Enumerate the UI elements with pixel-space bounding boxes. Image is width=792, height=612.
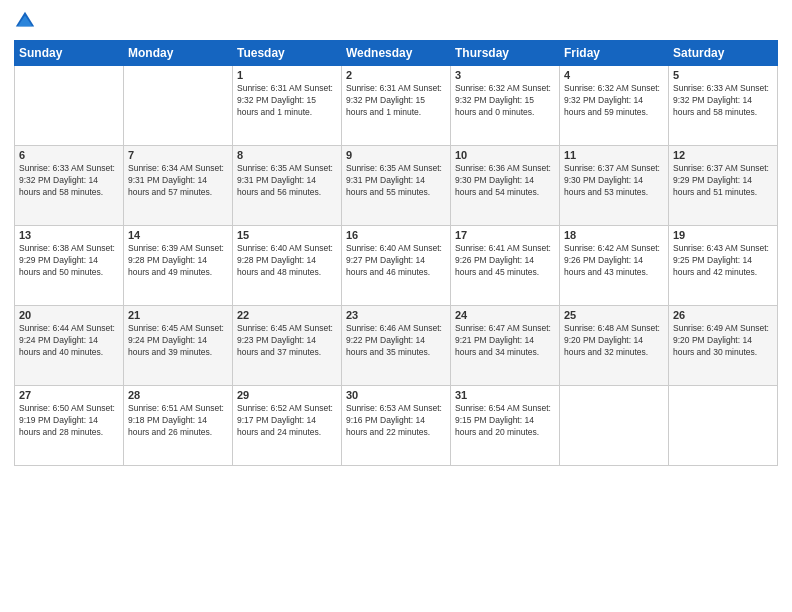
calendar-cell: 2Sunrise: 6:31 AM Sunset: 9:32 PM Daylig… [342,66,451,146]
day-detail: Sunrise: 6:45 AM Sunset: 9:24 PM Dayligh… [128,323,228,359]
col-header-tuesday: Tuesday [233,41,342,66]
calendar-header-row: SundayMondayTuesdayWednesdayThursdayFrid… [15,41,778,66]
week-row-4: 20Sunrise: 6:44 AM Sunset: 9:24 PM Dayli… [15,306,778,386]
calendar-cell: 6Sunrise: 6:33 AM Sunset: 9:32 PM Daylig… [15,146,124,226]
calendar-cell: 14Sunrise: 6:39 AM Sunset: 9:28 PM Dayli… [124,226,233,306]
day-detail: Sunrise: 6:43 AM Sunset: 9:25 PM Dayligh… [673,243,773,279]
day-detail: Sunrise: 6:32 AM Sunset: 9:32 PM Dayligh… [455,83,555,119]
calendar-cell: 25Sunrise: 6:48 AM Sunset: 9:20 PM Dayli… [560,306,669,386]
day-detail: Sunrise: 6:52 AM Sunset: 9:17 PM Dayligh… [237,403,337,439]
col-header-wednesday: Wednesday [342,41,451,66]
day-detail: Sunrise: 6:51 AM Sunset: 9:18 PM Dayligh… [128,403,228,439]
calendar-table: SundayMondayTuesdayWednesdayThursdayFrid… [14,40,778,466]
day-detail: Sunrise: 6:47 AM Sunset: 9:21 PM Dayligh… [455,323,555,359]
day-detail: Sunrise: 6:34 AM Sunset: 9:31 PM Dayligh… [128,163,228,199]
day-detail: Sunrise: 6:40 AM Sunset: 9:28 PM Dayligh… [237,243,337,279]
calendar-cell [669,386,778,466]
calendar-cell: 12Sunrise: 6:37 AM Sunset: 9:29 PM Dayli… [669,146,778,226]
day-detail: Sunrise: 6:53 AM Sunset: 9:16 PM Dayligh… [346,403,446,439]
day-number: 22 [237,309,337,321]
week-row-2: 6Sunrise: 6:33 AM Sunset: 9:32 PM Daylig… [15,146,778,226]
calendar-cell: 22Sunrise: 6:45 AM Sunset: 9:23 PM Dayli… [233,306,342,386]
day-number: 6 [19,149,119,161]
day-detail: Sunrise: 6:32 AM Sunset: 9:32 PM Dayligh… [564,83,664,119]
calendar-cell: 15Sunrise: 6:40 AM Sunset: 9:28 PM Dayli… [233,226,342,306]
day-number: 11 [564,149,664,161]
col-header-friday: Friday [560,41,669,66]
week-row-5: 27Sunrise: 6:50 AM Sunset: 9:19 PM Dayli… [15,386,778,466]
day-detail: Sunrise: 6:49 AM Sunset: 9:20 PM Dayligh… [673,323,773,359]
calendar-cell: 17Sunrise: 6:41 AM Sunset: 9:26 PM Dayli… [451,226,560,306]
calendar-cell: 19Sunrise: 6:43 AM Sunset: 9:25 PM Dayli… [669,226,778,306]
calendar-cell: 4Sunrise: 6:32 AM Sunset: 9:32 PM Daylig… [560,66,669,146]
day-detail: Sunrise: 6:46 AM Sunset: 9:22 PM Dayligh… [346,323,446,359]
col-header-sunday: Sunday [15,41,124,66]
day-number: 29 [237,389,337,401]
day-detail: Sunrise: 6:41 AM Sunset: 9:26 PM Dayligh… [455,243,555,279]
calendar-cell: 16Sunrise: 6:40 AM Sunset: 9:27 PM Dayli… [342,226,451,306]
day-number: 17 [455,229,555,241]
calendar-cell: 7Sunrise: 6:34 AM Sunset: 9:31 PM Daylig… [124,146,233,226]
day-number: 4 [564,69,664,81]
calendar-cell: 23Sunrise: 6:46 AM Sunset: 9:22 PM Dayli… [342,306,451,386]
day-number: 30 [346,389,446,401]
day-detail: Sunrise: 6:42 AM Sunset: 9:26 PM Dayligh… [564,243,664,279]
day-number: 20 [19,309,119,321]
day-number: 16 [346,229,446,241]
calendar-cell: 11Sunrise: 6:37 AM Sunset: 9:30 PM Dayli… [560,146,669,226]
day-number: 15 [237,229,337,241]
header [14,10,778,32]
day-detail: Sunrise: 6:45 AM Sunset: 9:23 PM Dayligh… [237,323,337,359]
day-detail: Sunrise: 6:33 AM Sunset: 9:32 PM Dayligh… [673,83,773,119]
day-number: 23 [346,309,446,321]
day-detail: Sunrise: 6:33 AM Sunset: 9:32 PM Dayligh… [19,163,119,199]
calendar-cell: 29Sunrise: 6:52 AM Sunset: 9:17 PM Dayli… [233,386,342,466]
col-header-saturday: Saturday [669,41,778,66]
calendar-cell: 26Sunrise: 6:49 AM Sunset: 9:20 PM Dayli… [669,306,778,386]
day-number: 14 [128,229,228,241]
day-number: 31 [455,389,555,401]
calendar-cell [124,66,233,146]
day-detail: Sunrise: 6:39 AM Sunset: 9:28 PM Dayligh… [128,243,228,279]
day-detail: Sunrise: 6:35 AM Sunset: 9:31 PM Dayligh… [346,163,446,199]
week-row-1: 1Sunrise: 6:31 AM Sunset: 9:32 PM Daylig… [15,66,778,146]
calendar-cell: 13Sunrise: 6:38 AM Sunset: 9:29 PM Dayli… [15,226,124,306]
day-detail: Sunrise: 6:31 AM Sunset: 9:32 PM Dayligh… [237,83,337,119]
day-detail: Sunrise: 6:37 AM Sunset: 9:29 PM Dayligh… [673,163,773,199]
logo-icon [14,10,36,32]
calendar-cell [560,386,669,466]
calendar-cell: 28Sunrise: 6:51 AM Sunset: 9:18 PM Dayli… [124,386,233,466]
day-detail: Sunrise: 6:54 AM Sunset: 9:15 PM Dayligh… [455,403,555,439]
day-number: 25 [564,309,664,321]
calendar-cell: 31Sunrise: 6:54 AM Sunset: 9:15 PM Dayli… [451,386,560,466]
day-number: 28 [128,389,228,401]
day-detail: Sunrise: 6:48 AM Sunset: 9:20 PM Dayligh… [564,323,664,359]
calendar-cell: 3Sunrise: 6:32 AM Sunset: 9:32 PM Daylig… [451,66,560,146]
day-number: 24 [455,309,555,321]
calendar-cell: 5Sunrise: 6:33 AM Sunset: 9:32 PM Daylig… [669,66,778,146]
day-number: 10 [455,149,555,161]
day-detail: Sunrise: 6:50 AM Sunset: 9:19 PM Dayligh… [19,403,119,439]
calendar-cell: 24Sunrise: 6:47 AM Sunset: 9:21 PM Dayli… [451,306,560,386]
col-header-thursday: Thursday [451,41,560,66]
calendar-cell: 8Sunrise: 6:35 AM Sunset: 9:31 PM Daylig… [233,146,342,226]
col-header-monday: Monday [124,41,233,66]
day-number: 3 [455,69,555,81]
logo [14,10,40,32]
day-number: 1 [237,69,337,81]
calendar-cell [15,66,124,146]
calendar-cell: 9Sunrise: 6:35 AM Sunset: 9:31 PM Daylig… [342,146,451,226]
day-number: 12 [673,149,773,161]
day-number: 26 [673,309,773,321]
calendar-cell: 20Sunrise: 6:44 AM Sunset: 9:24 PM Dayli… [15,306,124,386]
day-number: 2 [346,69,446,81]
day-detail: Sunrise: 6:37 AM Sunset: 9:30 PM Dayligh… [564,163,664,199]
calendar-cell: 30Sunrise: 6:53 AM Sunset: 9:16 PM Dayli… [342,386,451,466]
day-detail: Sunrise: 6:44 AM Sunset: 9:24 PM Dayligh… [19,323,119,359]
calendar-cell: 21Sunrise: 6:45 AM Sunset: 9:24 PM Dayli… [124,306,233,386]
day-number: 13 [19,229,119,241]
calendar-cell: 18Sunrise: 6:42 AM Sunset: 9:26 PM Dayli… [560,226,669,306]
day-number: 8 [237,149,337,161]
day-number: 18 [564,229,664,241]
day-number: 7 [128,149,228,161]
